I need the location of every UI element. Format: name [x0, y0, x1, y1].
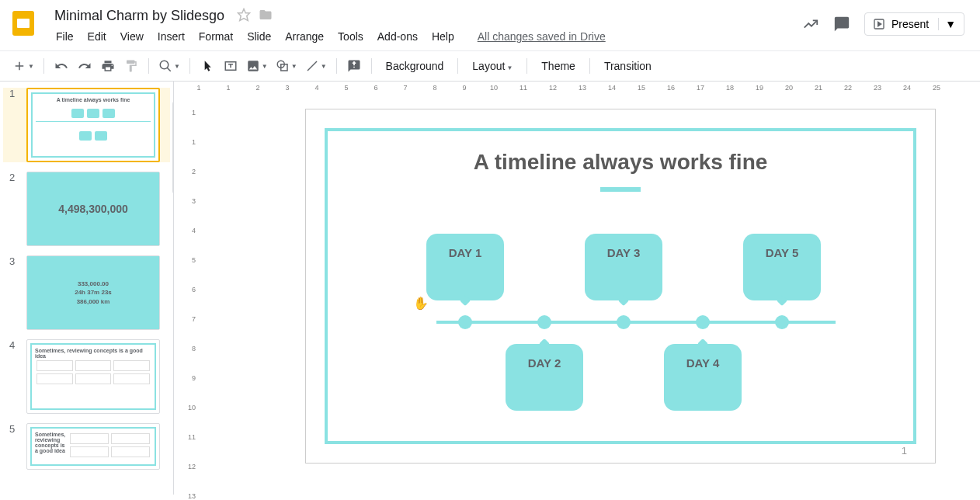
thumb-title: A timeline always works fine	[57, 97, 130, 102]
separator	[526, 58, 527, 74]
timeline-bubble-day3[interactable]: DAY 3	[585, 234, 662, 300]
comment-icon[interactable]	[833, 16, 850, 33]
separator	[589, 58, 590, 74]
timeline-dot[interactable]	[696, 315, 710, 329]
thumb-row: 2 4,498,300,000	[3, 172, 170, 246]
menu-addons[interactable]: Add-ons	[371, 27, 424, 46]
theme-button[interactable]: Theme	[533, 60, 583, 72]
timeline-dot[interactable]	[458, 315, 472, 329]
transition-button[interactable]: Transition	[596, 60, 659, 72]
thumb-heading: Sometimes, reviewing concepts is a good …	[35, 432, 65, 453]
thumb-number: 3	[9, 255, 22, 330]
separator	[148, 58, 149, 74]
menu-slide[interactable]: Slide	[241, 27, 277, 46]
menu-edit[interactable]: Edit	[82, 27, 113, 46]
timeline-dot[interactable]	[775, 315, 789, 329]
canvas-area[interactable]: A timeline always works fine DAY 1 DAY 3…	[306, 109, 935, 463]
grab-cursor-icon: ✋	[413, 296, 429, 311]
select-tool[interactable]	[196, 55, 218, 77]
textbox-tool[interactable]	[220, 55, 242, 77]
undo-button[interactable]	[50, 55, 72, 77]
workarea: 1123456789101112131415161718192021222324…	[174, 82, 980, 495]
svg-rect-15	[352, 63, 356, 64]
bubble-label: DAY 2	[528, 356, 561, 370]
menu-arrange[interactable]: Arrange	[279, 27, 330, 46]
svg-marker-4	[878, 22, 881, 26]
slide-thumbnail-4[interactable]: Sometimes, reviewing concepts is a good …	[26, 339, 160, 414]
svg-line-6	[167, 68, 171, 71]
header: Minimal Charm by Slidesgo File Edit View…	[0, 0, 980, 46]
layout-button[interactable]: Layout▼	[464, 60, 520, 72]
timeline-bubble-day5[interactable]: DAY 5	[743, 234, 821, 300]
comment-tool[interactable]	[343, 55, 365, 77]
activity-icon[interactable]	[802, 16, 819, 33]
line-tool[interactable]: ▼	[302, 55, 330, 77]
present-dropdown-icon[interactable]: ▼	[938, 18, 956, 30]
toolbar: ▼ ▼ ▼ ▼ ▼ Background Layout▼ Theme Trans…	[0, 50, 980, 82]
thumb-heading: Sometimes, reviewing concepts is a good …	[35, 348, 151, 359]
separator	[371, 58, 372, 74]
folder-icon[interactable]	[259, 8, 273, 25]
paint-format-button[interactable]	[120, 55, 142, 77]
slide-title[interactable]: A timeline always works fine	[306, 150, 935, 175]
slide-thumbnail-5[interactable]: Sometimes, reviewing concepts is a good …	[26, 423, 160, 470]
header-right: Present ▼	[802, 6, 971, 36]
filmstrip: 1 A timeline always works fine 2 4,498,3…	[0, 82, 174, 495]
ruler-horizontal: 1123456789101112131415161718192021222324…	[199, 82, 974, 95]
document-title[interactable]: Minimal Charm by Slidesgo	[50, 6, 229, 26]
thumb-row: 1 A timeline always works fine	[3, 88, 170, 162]
menu-view[interactable]: View	[114, 27, 150, 46]
timeline-bubble-day4[interactable]: DAY 4	[664, 344, 742, 411]
ruler-vertical: 112345678910111213	[180, 100, 199, 495]
menu-file[interactable]: File	[50, 27, 80, 46]
present-label: Present	[891, 18, 929, 30]
slides-logo-icon[interactable]	[9, 6, 40, 37]
thumb-stat: 24h 37m 23s	[75, 288, 112, 297]
redo-button[interactable]	[74, 55, 96, 77]
separator	[336, 58, 337, 74]
thumb-row: 3 333,000.00 24h 37m 23s 386,000 km	[3, 255, 170, 330]
thumb-number: 1	[9, 88, 22, 162]
layout-label: Layout	[472, 60, 505, 72]
svg-line-12	[308, 61, 317, 71]
print-button[interactable]	[97, 55, 119, 77]
timeline-bubble-day2[interactable]: DAY 2	[506, 344, 583, 411]
timeline-bubble-day1[interactable]: DAY 1	[426, 234, 504, 300]
page-number: 1	[902, 445, 907, 457]
shape-tool[interactable]: ▼	[273, 55, 301, 77]
star-icon[interactable]	[237, 8, 251, 25]
slide-thumbnail-2[interactable]: 4,498,300,000	[26, 172, 160, 246]
thumb-number: 2	[9, 172, 22, 246]
timeline-dot[interactable]	[617, 315, 631, 329]
bubble-label: DAY 5	[766, 246, 799, 259]
slide-thumbnail-1[interactable]: A timeline always works fine	[26, 88, 160, 162]
slide-canvas[interactable]: A timeline always works fine DAY 1 DAY 3…	[306, 109, 935, 463]
menu-insert[interactable]: Insert	[151, 27, 191, 46]
main: 1 A timeline always works fine 2 4,498,3…	[0, 82, 980, 495]
thumb-stat: 333,000.00	[78, 280, 109, 288]
new-slide-button[interactable]: ▼	[9, 55, 37, 77]
separator	[43, 58, 44, 74]
menu-format[interactable]: Format	[193, 27, 239, 46]
background-button[interactable]: Background	[378, 60, 452, 72]
svg-marker-2	[238, 9, 250, 20]
image-tool[interactable]: ▼	[243, 55, 271, 77]
slide-thumbnail-3[interactable]: 333,000.00 24h 37m 23s 386,000 km	[26, 255, 160, 330]
separator	[189, 58, 190, 74]
thumb-row: 5 Sometimes, reviewing concepts is a goo…	[3, 423, 170, 470]
zoom-button[interactable]: ▼	[155, 55, 183, 77]
timeline-dot[interactable]	[537, 315, 551, 329]
bubble-label: DAY 3	[607, 246, 641, 259]
thumb-stat: 386,000 km	[77, 297, 110, 306]
thumb-number: 5	[9, 423, 22, 470]
svg-rect-1	[17, 19, 30, 28]
menu-help[interactable]: Help	[426, 27, 460, 46]
timeline-line[interactable]	[436, 321, 836, 324]
thumb-row: 4 Sometimes, reviewing concepts is a goo…	[3, 339, 170, 414]
present-button[interactable]: Present ▼	[864, 12, 964, 36]
bubble-label: DAY 4	[686, 356, 720, 370]
menu-tools[interactable]: Tools	[332, 27, 370, 46]
separator	[457, 58, 458, 74]
menu-bar: File Edit View Insert Format Slide Arran…	[50, 27, 793, 46]
saved-status[interactable]: All changes saved in Drive	[471, 27, 612, 46]
